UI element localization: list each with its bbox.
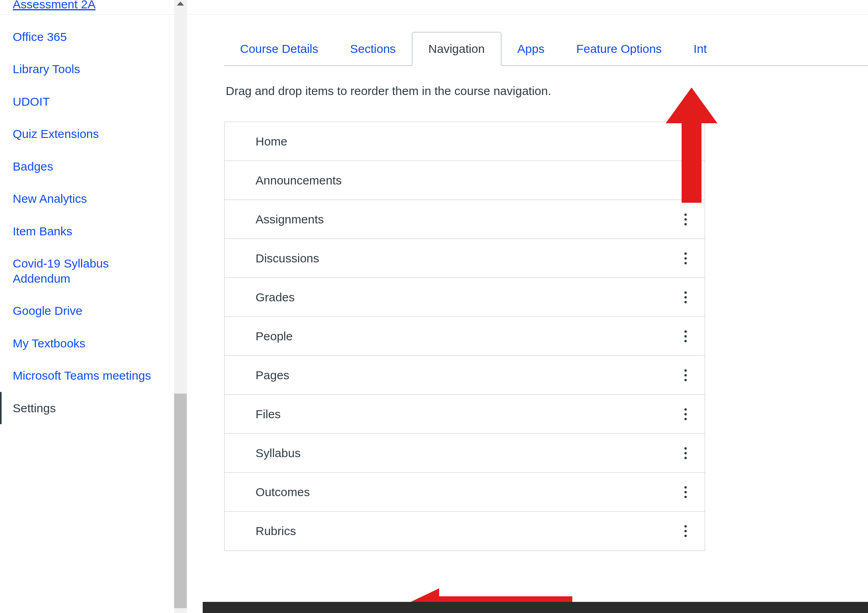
scroll-up-icon[interactable] (177, 2, 184, 6)
nav-item[interactable]: Files (225, 395, 705, 434)
kebab-menu-icon[interactable] (680, 523, 691, 539)
nav-item[interactable]: Pages (225, 356, 705, 395)
kebab-menu-icon[interactable] (680, 328, 691, 344)
kebab-menu-icon[interactable] (680, 367, 691, 383)
tab-navigation[interactable]: Navigation (412, 32, 502, 66)
sidebar-item-library-tools[interactable]: Library Tools (0, 53, 167, 85)
bottom-bar (203, 602, 868, 613)
kebab-menu-icon[interactable] (680, 445, 691, 461)
sidebar-item-covid-addendum[interactable]: Covid-19 Syllabus Addendum (0, 247, 167, 295)
kebab-menu-icon[interactable] (680, 250, 691, 266)
course-sidebar: Assessment 2A Office 365 Library Tools U… (0, 0, 187, 613)
navigation-instructions: Drag and drop items to reorder them in t… (226, 84, 868, 98)
sidebar-item-my-textbooks[interactable]: My Textbooks (0, 327, 167, 360)
tab-apps[interactable]: Apps (502, 33, 560, 65)
scroll-thumb[interactable] (174, 394, 187, 608)
sidebar-item-truncated[interactable]: Assessment 2A (0, 0, 167, 21)
sidebar-item-quiz-extensions[interactable]: Quiz Extensions (0, 118, 167, 150)
kebab-menu-icon[interactable] (680, 406, 691, 422)
nav-item-label: Announcements (256, 174, 342, 187)
nav-item-label: Assignments (256, 213, 324, 226)
sidebar-item-item-banks[interactable]: Item Banks (0, 215, 167, 248)
nav-item[interactable]: Assignments (225, 200, 705, 239)
nav-item[interactable]: Announcements (225, 161, 705, 200)
sidebar-scrollbar[interactable] (174, 0, 187, 613)
nav-item[interactable]: Discussions (225, 239, 705, 278)
nav-item-label: Syllabus (256, 446, 300, 460)
sidebar-item-google-drive[interactable]: Google Drive (0, 295, 167, 327)
sidebar-items: Assessment 2A Office 365 Library Tools U… (0, 0, 187, 424)
nav-item-label: Pages (256, 369, 289, 382)
kebab-menu-icon[interactable] (680, 484, 691, 500)
nav-item-label: Grades (256, 291, 294, 304)
nav-item[interactable]: Home (225, 122, 705, 161)
sidebar-item-ms-teams-meetings[interactable]: Microsoft Teams meetings (0, 359, 167, 392)
tab-course-details[interactable]: Course Details (224, 33, 334, 65)
nav-item[interactable]: Outcomes (225, 473, 705, 512)
kebab-menu-icon[interactable] (680, 211, 691, 227)
tab-sections[interactable]: Sections (334, 33, 412, 65)
app-container: Assessment 2A Office 365 Library Tools U… (0, 0, 868, 613)
sidebar-item-office-365[interactable]: Office 365 (0, 21, 167, 53)
sidebar-item-badges[interactable]: Badges (0, 150, 167, 183)
sidebar-item-new-analytics[interactable]: New Analytics (0, 182, 167, 215)
navigation-list: HomeAnnouncementsAssignmentsDiscussionsG… (224, 122, 705, 551)
tab-integrations-truncated[interactable]: Int (678, 33, 723, 65)
sidebar-item-udoit[interactable]: UDOIT (0, 85, 167, 118)
nav-item-label: Discussions (256, 252, 319, 265)
nav-item-label: Home (256, 135, 287, 148)
nav-item[interactable]: People (225, 317, 705, 356)
kebab-menu-icon[interactable] (680, 289, 691, 305)
sidebar-item-settings[interactable]: Settings (0, 392, 167, 425)
tab-feature-options[interactable]: Feature Options (560, 33, 678, 65)
kebab-menu-icon[interactable] (680, 173, 691, 188)
nav-item[interactable]: Grades (225, 278, 705, 317)
nav-item-label: People (256, 330, 293, 343)
settings-tabs: Course Details Sections Navigation Apps … (224, 32, 868, 66)
nav-item-label: Outcomes (256, 485, 310, 499)
nav-item[interactable]: Rubrics (225, 512, 705, 551)
main-content: Course Details Sections Navigation Apps … (187, 0, 868, 613)
nav-item-label: Rubrics (256, 524, 296, 538)
nav-item-label: Files (256, 407, 281, 421)
nav-item[interactable]: Syllabus (225, 434, 705, 473)
